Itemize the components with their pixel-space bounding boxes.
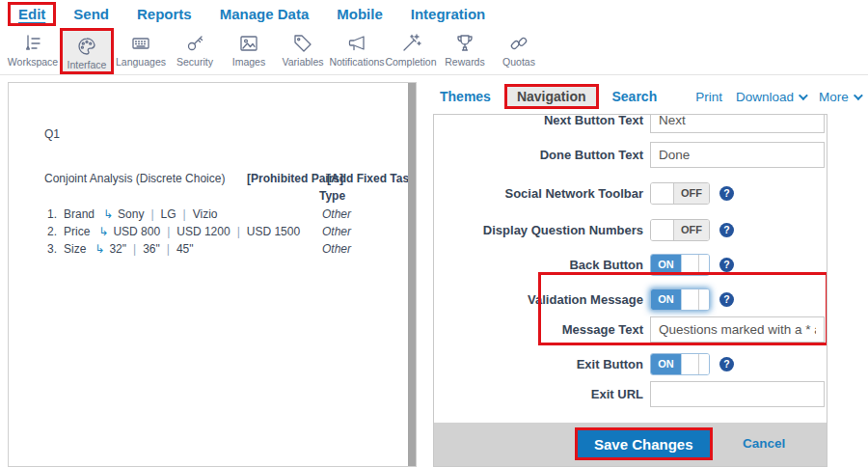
form-row-back-button: Back Button ON ? — [434, 251, 827, 278]
nav-item-edit[interactable]: Edit — [8, 2, 56, 26]
form-footer: Save Changes Cancel — [434, 423, 827, 467]
interface-icon — [75, 35, 98, 58]
field-label: Exit Button — [434, 357, 643, 371]
completion-icon — [399, 32, 422, 55]
toggle-knob — [651, 220, 674, 240]
toolbar-item-quotas[interactable]: Quotas — [492, 28, 546, 74]
rewards-icon — [453, 32, 476, 55]
tab-navigation[interactable]: Navigation — [504, 84, 599, 109]
survey-editor-window: Edit Send Reports Manage Data Mobile Int… — [0, 0, 868, 467]
exit-url-input[interactable] — [650, 381, 825, 407]
top-nav: Edit Send Reports Manage Data Mobile Int… — [0, 0, 868, 28]
languages-icon — [129, 32, 152, 55]
variables-icon — [291, 32, 314, 55]
field-label: Back Button — [434, 258, 643, 272]
done-button-text-input[interactable] — [650, 142, 825, 168]
form-row-exit-url: Exit URL — [434, 380, 827, 407]
field-label: Next Button Text — [434, 114, 643, 127]
toggle-knob — [651, 183, 674, 204]
field-label: Message Text — [434, 322, 643, 337]
tab-search[interactable]: Search — [612, 89, 658, 104]
field-label: Exit URL — [434, 387, 643, 401]
row-type: Other — [322, 225, 351, 238]
question-title: Conjoint Analysis (Discrete Choice) — [44, 172, 225, 185]
validation-message-toggle[interactable]: ON — [650, 288, 710, 311]
field-label: Social Network Toolbar — [434, 186, 643, 201]
message-text-input[interactable] — [650, 316, 825, 343]
chevron-down-icon — [799, 91, 808, 100]
toolbar-item-workspace[interactable]: Workspace — [6, 28, 60, 74]
cancel-link[interactable]: Cancel — [743, 436, 785, 451]
exit-button-toggle[interactable]: ON — [650, 353, 710, 375]
row-type: Other — [322, 242, 351, 256]
quotas-icon — [507, 32, 530, 55]
next-button-text-input[interactable] — [650, 114, 825, 133]
toolbar-item-languages[interactable]: Languages — [114, 28, 168, 74]
form-row-social-network-toolbar: Social Network Toolbar OFF ? — [434, 179, 827, 206]
form-row-exit-button: Exit Button ON ? — [434, 350, 827, 377]
attribute-row: 1.Brand↳Sony|LG|Vizio Other — [47, 207, 416, 221]
form-row-next-button-text: Next Button Text — [434, 114, 827, 133]
more-link[interactable]: More — [819, 90, 860, 104]
field-label: Validation Message — [434, 292, 643, 307]
toolbar-item-variables[interactable]: Variables — [276, 28, 330, 74]
toolbar-item-completion[interactable]: Completion — [384, 28, 438, 74]
navigation-settings-form: Next Button Text Done Button Text Social… — [433, 114, 827, 467]
toggle-knob — [681, 255, 699, 275]
display-question-numbers-toggle[interactable]: OFF — [650, 219, 710, 241]
field-label: Display Question Numbers — [434, 223, 643, 237]
social-network-toolbar-toggle[interactable]: OFF — [650, 182, 710, 205]
help-icon[interactable]: ? — [719, 357, 734, 371]
left-panel-scrollbar[interactable] — [408, 83, 416, 466]
panel-actions: Print Download More ✕ — [682, 87, 868, 107]
chevron-down-icon — [854, 91, 863, 100]
question-code: Q1 — [44, 127, 60, 141]
scrollbar-thumb[interactable] — [408, 83, 416, 466]
attribute-row: 2.Price↳USD 800|USD 1200|USD 1500 Other — [47, 225, 416, 238]
download-link[interactable]: Download — [736, 90, 805, 104]
nav-item-reports[interactable]: Reports — [137, 6, 192, 22]
settings-panel-header: Themes Navigation Search Print Download … — [432, 84, 868, 109]
toolbar-item-interface[interactable]: Interface — [60, 28, 114, 74]
branch-arrow-icon: ↳ — [103, 207, 113, 221]
nav-item-integration[interactable]: Integration — [411, 6, 486, 22]
survey-preview-panel: Q1 Conjoint Analysis (Discrete Choice) [… — [8, 82, 417, 467]
edit-toolbar: Workspace Interface Languages Security I… — [0, 28, 868, 75]
type-column-header: Type — [319, 189, 345, 203]
workspace-icon — [21, 32, 44, 55]
help-icon[interactable]: ? — [719, 292, 734, 307]
branch-arrow-icon: ↳ — [95, 242, 104, 256]
nav-item-mobile[interactable]: Mobile — [337, 6, 383, 22]
nav-item-send[interactable]: Send — [73, 6, 109, 22]
images-icon — [237, 32, 260, 55]
tab-themes[interactable]: Themes — [440, 89, 491, 104]
back-button-toggle[interactable]: ON — [650, 254, 710, 276]
save-changes-button[interactable]: Save Changes — [578, 430, 710, 457]
form-row-display-question-numbers: Display Question Numbers OFF ? — [434, 216, 827, 243]
attribute-row: 3.Size↳32"|36"|45" Other — [47, 242, 416, 256]
notifications-icon — [345, 32, 368, 55]
toolbar-item-rewards[interactable]: Rewards — [438, 28, 492, 74]
toolbar-item-notifications[interactable]: Notifications — [330, 28, 384, 74]
add-fixed-tasks-link[interactable]: [Add Fixed Tasks — [327, 172, 417, 185]
form-row-message-text: Message Text — [434, 316, 827, 343]
help-icon[interactable]: ? — [719, 223, 734, 237]
help-icon[interactable]: ? — [719, 186, 734, 201]
branch-arrow-icon: ↳ — [98, 225, 108, 238]
toolbar-item-security[interactable]: Security — [168, 28, 222, 74]
security-icon — [183, 32, 206, 55]
form-row-validation-message: Validation Message ON ? — [434, 286, 827, 313]
row-type: Other — [322, 207, 351, 221]
form-row-done-button-text: Done Button Text — [434, 141, 827, 168]
field-label: Done Button Text — [434, 148, 643, 162]
print-link[interactable]: Print — [695, 90, 722, 104]
toggle-knob — [681, 289, 699, 310]
help-icon[interactable]: ? — [719, 258, 734, 272]
toolbar-item-images[interactable]: Images — [222, 28, 276, 74]
nav-item-manage-data[interactable]: Manage Data — [220, 6, 310, 22]
interface-settings-panel: Themes Navigation Search Print Download … — [432, 82, 868, 467]
toggle-knob — [681, 354, 699, 374]
